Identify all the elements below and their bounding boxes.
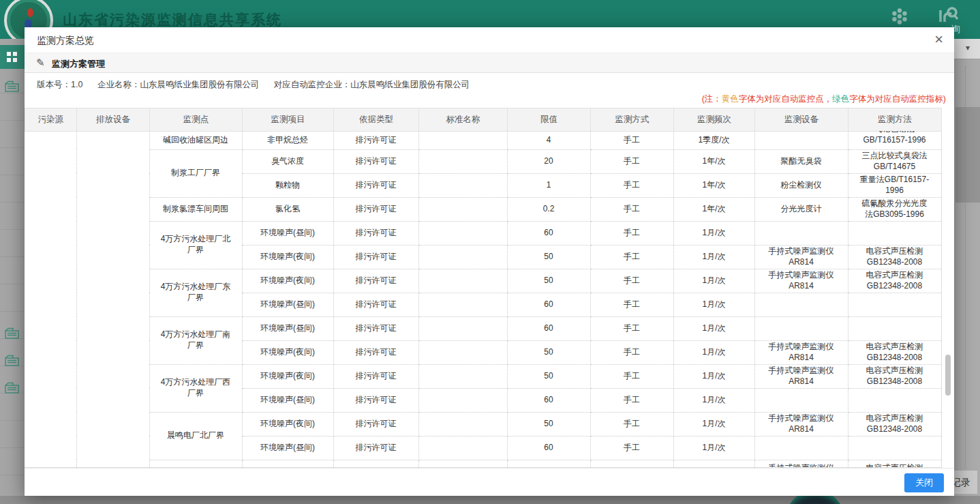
folder-icon[interactable]	[5, 355, 20, 367]
close-icon[interactable]: ×	[934, 32, 943, 47]
table-cell	[242, 460, 333, 468]
table-cell: 臭气浓度	[242, 149, 333, 173]
table-cell: 4万方污水处理厂南 厂界	[149, 316, 242, 364]
table-cell: 排污许可证	[333, 197, 418, 221]
table-cell: 碱回收油罐区周边	[149, 131, 242, 149]
table-row: 晨鸣电厂北厂界环境噪声(夜间)排污许可证50手工1月/次手持式噪声监测仪 AR8…	[25, 412, 941, 436]
table-cell: 1月/次	[673, 388, 754, 412]
folder-icon[interactable]	[5, 80, 20, 93]
table-cell	[754, 316, 848, 340]
table-cell: 制浆工厂厂界	[149, 149, 242, 197]
table-cell: 排污许可证	[333, 131, 418, 149]
table-row: 制浆工厂厂界臭气浓度排污许可证20手工1年/次聚酯无臭袋三点比较式臭袋法 GB/…	[25, 149, 941, 173]
table-cell: 排污许可证	[333, 293, 418, 316]
auto-company-label: 对应自动监控企业：	[274, 80, 351, 89]
table-cell	[418, 197, 507, 221]
table-cell	[754, 221, 848, 245]
table-cell	[25, 131, 76, 468]
table-cell: 手工	[590, 436, 673, 460]
table-cell	[418, 245, 507, 269]
table-cell	[418, 364, 507, 388]
column-header: 标准名称	[419, 108, 508, 132]
plan-table-body: 碱回收油罐区周边非甲烷总烃排污许可证4手工1季度/次气相色谱法 GB/T1615…	[25, 131, 941, 468]
table-cell	[507, 460, 590, 468]
table-cell: 1月/次	[673, 221, 754, 245]
table-cell: 50	[507, 364, 590, 388]
table-cell: 手工	[590, 197, 673, 221]
table-cell: 手工	[590, 340, 673, 364]
apps-grid-icon[interactable]	[890, 7, 909, 26]
table-cell: 电容式声压检测 GB12348-2008	[848, 460, 941, 468]
table-cell	[848, 436, 941, 460]
table-cell: 环境噪声(昼间)	[242, 436, 333, 460]
column-header: 监测方法	[848, 108, 942, 132]
table-cell: 1月/次	[673, 364, 754, 388]
table-cell	[848, 221, 941, 245]
plan-table-viewport[interactable]: 碱回收油罐区周边非甲烷总烃排污许可证4手工1季度/次气相色谱法 GB/T1615…	[25, 131, 942, 468]
pen-icon: ✎	[36, 57, 45, 69]
table-cell: 1月/次	[673, 316, 754, 340]
table-cell: 1月/次	[673, 412, 754, 436]
table-cell: 手工	[590, 173, 673, 197]
chevron-down-icon[interactable]: ▾	[966, 43, 970, 53]
person-search-icon[interactable]	[936, 4, 958, 25]
table-cell: 手工	[590, 269, 673, 293]
version-label: 版本号：	[37, 80, 71, 89]
table-cell: 环境噪声(夜间)	[242, 245, 333, 269]
sidebar-item-dashboard[interactable]	[0, 45, 25, 69]
table-cell: 50	[507, 269, 590, 293]
table-cell: 60	[507, 221, 590, 245]
table-cell: 1月/次	[673, 340, 754, 364]
table-cell	[418, 316, 507, 340]
table-cell: 气相色谱法 GB/T16157-1996	[848, 131, 941, 149]
table-cell: 手持式噪声监测仪 AR814	[754, 364, 848, 388]
app-title: 山东省污染源监测信息共享系统	[63, 10, 282, 29]
table-cell: 手持式噪声监测仪 AR814	[754, 460, 848, 468]
table-cell	[418, 340, 507, 364]
table-cell: 手工	[590, 364, 673, 388]
table-cell: 排污许可证	[333, 364, 418, 388]
table-cell: 1	[507, 173, 590, 197]
table-cell: 电容式声压检测 GB12348-2008	[848, 412, 941, 436]
table-cell: 聚酯无臭袋	[754, 149, 848, 173]
background-dropdown[interactable]: ▾	[954, 39, 980, 59]
folder-icon[interactable]	[5, 382, 20, 394]
grid-icon	[7, 52, 17, 62]
folder-icon[interactable]	[5, 327, 20, 340]
table-cell: 环境噪声(昼间)	[242, 316, 333, 340]
table-cell: 手持式噪声监测仪 AR814	[754, 269, 848, 293]
table-cell: 50	[507, 412, 590, 436]
table-cell: 排污许可证	[333, 269, 418, 293]
table-cell: 环境噪声(夜间)	[242, 412, 333, 436]
column-header: 监测频次	[674, 108, 755, 132]
table-cell: 环境噪声(昼间)	[242, 293, 333, 316]
table-cell: 1月/次	[673, 436, 754, 460]
modal-scrollbar-thumb[interactable]	[945, 355, 951, 396]
plan-table: 碱回收油罐区周边非甲烷总烃排污许可证4手工1季度/次气相色谱法 GB/T1615…	[25, 131, 942, 468]
table-cell	[848, 293, 941, 316]
table-cell: 环境噪声(夜间)	[242, 340, 333, 364]
table-cell: 4万方污水处理厂西 厂界	[149, 364, 242, 412]
table-cell	[333, 460, 418, 468]
table-cell: 手工	[590, 221, 673, 245]
table-cell: 颗粒物	[242, 173, 333, 197]
table-cell	[418, 269, 507, 293]
note-mid: 字体为对应自动监控点，	[739, 94, 833, 104]
background-scrollbar[interactable]	[955, 107, 980, 203]
close-button[interactable]: 关闭	[904, 473, 944, 492]
table-cell: 排污许可证	[333, 412, 418, 436]
table-cell: 环境噪声(昼间)	[242, 388, 333, 412]
table-cell: 60	[507, 436, 590, 460]
table-cell: 晨鸣电厂北厂界	[149, 412, 242, 460]
plan-table-header: 污染源排放设备监测点监测项目依据类型标准名称限值监测方式监测频次监测设备监测方法	[25, 108, 942, 132]
table-cell: 非甲烷总烃	[242, 131, 333, 149]
color-legend-note: (注：黄色字体为对应自动监控点，绿色字体为对应自动监控指标)	[702, 93, 946, 105]
column-header: 排放设备	[77, 108, 150, 132]
table-row: 4万方污水处理厂东 厂界环境噪声(夜间)排污许可证50手工1月/次手持式噪声监测…	[25, 269, 941, 293]
table-row: 4万方污水处理厂北 厂界环境噪声(昼间)排污许可证60手工1月/次	[25, 221, 941, 245]
table-cell	[673, 460, 754, 468]
table-cell: 手工	[590, 149, 673, 173]
screen: 山东省污染源监测信息共享系统 询	[0, 0, 980, 504]
table-cell: 电容式声压检测 GB12348-2008	[848, 364, 941, 388]
table-cell: 排污许可证	[333, 436, 418, 460]
